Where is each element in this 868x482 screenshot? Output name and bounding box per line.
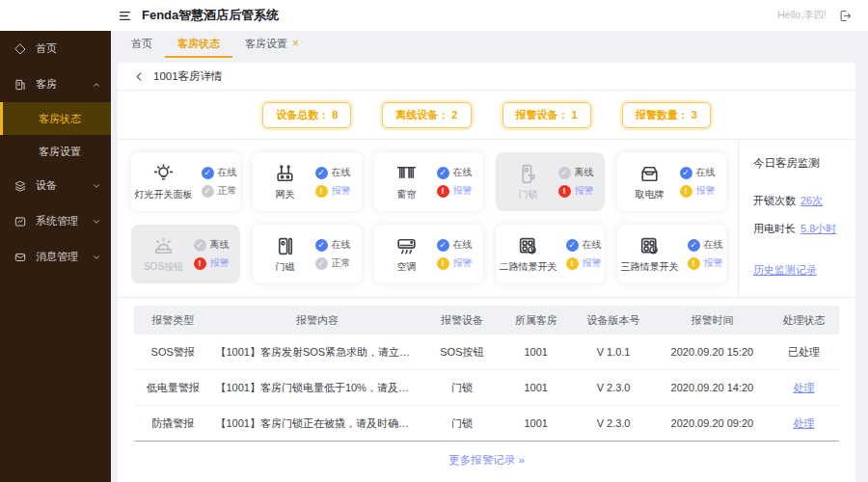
device-card-door-lock[interactable]: 门锁✓离线!报警 [496,152,605,211]
status-state: ✓正常 [202,184,237,198]
sidebar-item-devices[interactable]: 设备 [0,168,111,203]
tab-home[interactable]: 首页 [119,31,165,58]
device-name: 窗帘 [397,188,417,201]
device-info: 三路情景开关 [621,234,679,274]
door-sensor-icon [273,234,297,258]
hamburger-menu-icon[interactable] [118,10,132,22]
sidebar-subitem-room-status[interactable]: 客房状态 [0,102,111,135]
check-circle-icon: ✓ [194,239,206,252]
main-area: 首页客房状态客房设置× 1001客房详情 设备总数： 8离线设备： 2报警设备：… [111,31,868,482]
handle-alarm-link[interactable]: 处理 [769,416,839,431]
status-label: 在线 [453,238,473,252]
status-label: 在线 [696,166,716,179]
device-card-curtain[interactable]: 窗帘✓在线!报警 [374,152,483,211]
device-name: 网关 [276,188,295,201]
sidebar-item-label: 系统管理 [36,214,83,228]
tab-close-icon[interactable]: × [292,37,299,50]
tab-label: 首页 [131,37,152,51]
device-card-light-switch-panel[interactable]: 灯光开关面板✓在线✓正常 [131,152,240,211]
device-card-gateway[interactable]: 网关✓在线!报警 [253,152,362,211]
sidebar-item-label: 客房 [36,77,83,92]
user-greeting: Hello,李四! [777,9,827,22]
room-monitor-panel: 今日客房监测 开锁次数26次用电时长5.8小时 历史监测记录 [738,140,855,297]
device-card-grid: 灯光开关面板✓在线✓正常网关✓在线!报警窗帘✓在线!报警门锁✓离线!报警取电牌✓… [118,140,738,297]
back-arrow-icon[interactable] [134,71,145,82]
check-circle-icon: ✓ [437,239,449,252]
sidebar-item-label: 设备 [36,178,83,193]
status-label: 报警 [575,184,594,198]
status-alarm: !报警 [558,184,594,198]
tab-room-settings[interactable]: 客房设置× [232,31,312,58]
double-arrow-icon: » [518,454,524,466]
more-label: 更多报警记录 [448,454,515,466]
status-label: 报警 [210,256,230,270]
app-title: Fenda智慧酒店后管系统 [142,7,279,24]
sidebar-item-system[interactable]: 系统管理 [0,203,111,239]
table-cell: SOS按钮 [423,345,501,360]
device-card-air-conditioner[interactable]: 空调✓在线!报警 [374,225,483,283]
column-header: 报警类型 [134,313,211,328]
table-cell: 【1001】客房发射SOS紧急求助，请立即上门协助! [211,345,422,360]
device-card-scene-switch-2[interactable]: 二路情景开关✓在线!报警 [496,225,605,283]
handle-alarm-link[interactable]: 处理 [769,381,839,395]
sidebar-item-home[interactable]: 首页 [0,31,111,67]
stat-badge-offline-devices: 离线设备： 2 [382,102,471,128]
device-name: 门磁 [276,260,295,274]
status-state: ✓在线 [315,166,351,179]
device-info: 取电牌 [629,162,671,201]
device-card-scene-switch-3[interactable]: 三路情景开关✓在线!报警 [617,225,726,283]
status-label: 报警 [332,184,351,198]
exclaim-circle-icon: ! [315,185,328,198]
status-alarm: !报警 [566,256,602,270]
status-alarm: !报警 [680,184,716,198]
alarm-table-header: 报警类型报警内容报警设备所属客房设备版本号报警时间处理状态 [134,306,839,335]
check-circle-icon: ✓ [437,167,449,179]
status-alarm: !报警 [437,184,473,198]
exclaim-circle-icon: ! [437,257,449,270]
status-state: ✓正常 [315,256,351,270]
status-state: ✓在线 [437,238,473,252]
status-label: 正常 [218,184,237,198]
monitor-value-link[interactable]: 5.8小时 [800,223,836,234]
column-header: 设备版本号 [571,313,656,328]
table-cell: 1001 [501,346,571,358]
exclaim-circle-icon: ! [558,185,571,198]
device-name: 空调 [397,260,417,274]
device-card-door-sensor[interactable]: 门磁✓在线✓正常 [253,225,362,283]
column-header: 报警内容 [211,313,422,328]
history-records-link[interactable]: 历史监测记录 [753,263,817,278]
status-label: 在线 [218,166,237,179]
chevron-up-icon [92,80,101,90]
chevron-down-icon [92,253,101,262]
check-circle-icon: ✓ [315,167,328,179]
app-window: Fenda智慧酒店后管系统 Hello,李四! 首页客房客房状态客房设置设备系统… [0,0,868,482]
table-cell: 门锁 [423,416,501,431]
status-state: ✓在线 [566,238,602,252]
system-icon [14,215,27,228]
scene-switch-icon [516,234,540,258]
sidebar-item-rooms[interactable]: 客房 [0,67,111,102]
check-circle-icon: ✓ [315,239,328,252]
device-card-sos-button[interactable]: SOS按钮✓离线!报警 [131,225,240,283]
device-statuses: ✓离线!报警 [194,238,230,270]
monitor-value-link[interactable]: 26次 [800,195,823,206]
table-cell: V 2.3.0 [571,417,656,429]
status-state: ✓在线 [202,166,237,179]
status-state: ✓离线 [558,166,594,179]
sidebar-item-messages[interactable]: 消息管理 [0,239,111,275]
check-circle-icon: ✓ [315,257,328,270]
stat-badge-alarm-count: 报警数量： 3 [622,102,711,128]
tab-room-status[interactable]: 客房状态 [165,31,232,58]
logout-icon[interactable] [838,9,853,23]
status-state: ✓在线 [437,166,473,179]
column-header: 处理状态 [769,313,839,328]
device-icon [14,179,27,193]
table-cell: 【1001】客房门锁电量低于10%，请及时更换电池! [211,381,422,395]
status-label: 正常 [332,256,351,270]
curtain-icon [394,162,419,186]
status-label: 报警 [704,256,723,270]
device-statuses: ✓在线!报警 [566,238,602,270]
device-card-power-card[interactable]: 取电牌✓在线!报警 [617,152,726,211]
more-alarm-records-link[interactable]: 更多报警记录 » [118,442,855,479]
sidebar-subitem-room-settings[interactable]: 客房设置 [0,135,111,168]
